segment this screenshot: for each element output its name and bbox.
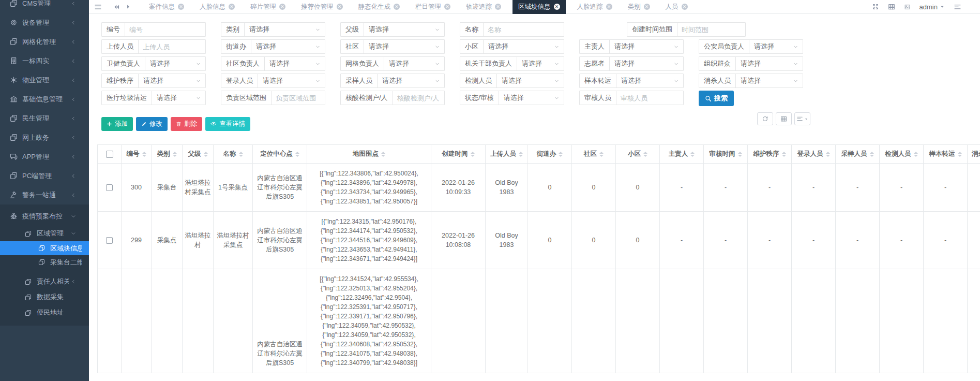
- filter-select[interactable]: 请选择: [499, 91, 564, 105]
- filter-select[interactable]: 请选择: [517, 57, 564, 70]
- sidebar-item-egov[interactable]: 网上政务: [0, 128, 89, 147]
- filter-input[interactable]: [125, 23, 205, 36]
- tab-close-icon[interactable]: ✕: [444, 4, 450, 10]
- sidebar-item-region-mgmt[interactable]: 区域管理: [0, 226, 89, 241]
- tab-close-icon[interactable]: ✕: [229, 4, 235, 10]
- filter-select[interactable]: 请选择: [145, 57, 205, 70]
- edit-button[interactable]: 修改: [136, 117, 168, 131]
- tab-close-icon[interactable]: ✕: [337, 4, 343, 10]
- sidebar-item-pc[interactable]: PC端管理: [0, 166, 89, 185]
- search-button[interactable]: 搜索: [699, 91, 734, 106]
- filter-input[interactable]: [677, 23, 745, 36]
- sidebar-item-cms[interactable]: CMS管理: [0, 0, 89, 13]
- sidebar-item-epidemic[interactable]: 疫情预案布控: [0, 207, 89, 226]
- column-header-name[interactable]: 名称: [214, 145, 253, 164]
- tab-close-icon[interactable]: ✕: [682, 4, 688, 10]
- refresh-button[interactable]: [757, 112, 773, 125]
- column-header-uploader[interactable]: 上传人员: [486, 145, 528, 164]
- tab-item[interactable]: 栏目管理✕: [411, 0, 455, 14]
- column-header-center-point[interactable]: 定位中心点: [253, 145, 307, 164]
- sidebar-item-responsible[interactable]: 责任人相关: [0, 274, 89, 289]
- sidebar-item-minsheng[interactable]: 民生管理: [0, 109, 89, 128]
- hamburger-icon[interactable]: [94, 3, 102, 11]
- tab-close-icon[interactable]: ✕: [394, 4, 400, 10]
- sidebar-item-collect-qrcode[interactable]: 采集台二维码: [0, 255, 89, 269]
- select-all-checkbox[interactable]: [106, 151, 113, 158]
- column-header-disinfect-person[interactable]: 消杀人员: [968, 145, 980, 164]
- column-header-audit-time[interactable]: 审核时间: [704, 145, 748, 164]
- row-checkbox[interactable]: [106, 237, 113, 244]
- filter-input[interactable]: [272, 91, 325, 105]
- column-header-order-maintain[interactable]: 维护秩序: [748, 145, 792, 164]
- sidebar-item-app[interactable]: APP管理: [0, 147, 89, 166]
- column-header-id[interactable]: 编号: [122, 145, 152, 164]
- tab-close-icon[interactable]: ✕: [279, 4, 285, 10]
- column-header-tester[interactable]: 检测人员: [880, 145, 924, 164]
- tab-item[interactable]: 案件信息✕: [145, 0, 188, 14]
- column-header-community[interactable]: 社区: [572, 145, 616, 164]
- tab-item[interactable]: 人脸追踪✕: [573, 0, 616, 14]
- sidebar-item-base-info[interactable]: 基础信息管理: [0, 90, 89, 109]
- tab-item[interactable]: 静态化生成✕: [354, 0, 404, 14]
- filter-select[interactable]: 请选择: [497, 74, 564, 87]
- filter-select[interactable]: 请选择: [245, 23, 325, 36]
- column-header-create-time[interactable]: 创建时间: [431, 145, 486, 164]
- tab-item[interactable]: 碎片管理✕: [246, 0, 290, 14]
- filter-select[interactable]: 请选择: [736, 74, 803, 87]
- fullscreen-icon[interactable]: [872, 3, 879, 10]
- filter-select[interactable]: 请选择: [736, 57, 803, 70]
- sidebar-item-property[interactable]: 物业管理: [0, 70, 89, 90]
- filter-select[interactable]: 请选择: [378, 74, 444, 87]
- sidebar-item-grid-mgmt[interactable]: 网格化管理: [0, 32, 89, 51]
- column-header-residential-area[interactable]: 小区: [616, 145, 660, 164]
- view-details-button[interactable]: 查看详情: [205, 117, 250, 131]
- filter-select[interactable]: 请选择: [384, 57, 444, 70]
- column-header-parent[interactable]: 父级: [183, 145, 214, 164]
- list-view-button[interactable]: [794, 112, 810, 125]
- filter-select[interactable]: 请选择: [364, 40, 444, 53]
- filter-input[interactable]: [139, 40, 205, 53]
- tab-item[interactable]: 人员✕: [661, 0, 692, 14]
- filter-input[interactable]: [616, 91, 683, 105]
- tab-item[interactable]: 人脸信息✕: [195, 0, 239, 14]
- tab-close-icon[interactable]: ✕: [495, 4, 501, 10]
- sidebar-item-police[interactable]: 警务一站通: [0, 185, 89, 204]
- column-header-street-office[interactable]: 街道办: [528, 145, 572, 164]
- delete-button[interactable]: 删除: [171, 117, 202, 131]
- filter-select[interactable]: 请选择: [484, 40, 564, 53]
- tab-item[interactable]: 推荐位管理✕: [297, 0, 347, 14]
- tab-close-icon[interactable]: ✕: [644, 4, 650, 10]
- tab-close-icon[interactable]: ✕: [554, 4, 560, 10]
- column-header-main-manager[interactable]: 主责人: [660, 145, 704, 164]
- tab-close-icon[interactable]: ✕: [606, 4, 612, 10]
- filter-select[interactable]: 请选择: [610, 40, 683, 53]
- tabs-scroll-left-icon[interactable]: [113, 4, 120, 10]
- column-header-category[interactable]: 类别: [152, 145, 183, 164]
- grid-view-icon[interactable]: [888, 3, 895, 10]
- tab-item[interactable]: 轨迹追踪✕: [462, 0, 505, 14]
- filter-select[interactable]: 请选择: [152, 91, 205, 105]
- user-menu[interactable]: admin: [919, 3, 945, 11]
- filter-select[interactable]: 请选择: [251, 40, 325, 53]
- tab-close-icon[interactable]: ✕: [178, 4, 184, 10]
- row-checkbox[interactable]: [106, 184, 113, 191]
- filter-input[interactable]: [484, 23, 564, 36]
- filter-select[interactable]: 请选择: [139, 74, 205, 87]
- sidebar-item-device[interactable]: 设备管理: [0, 13, 89, 32]
- filter-select[interactable]: 请选择: [616, 74, 683, 87]
- column-header-map-points[interactable]: 地图围点: [307, 145, 431, 164]
- filter-select[interactable]: 请选择: [364, 23, 444, 36]
- filter-select[interactable]: 请选择: [610, 57, 683, 70]
- column-header-login-person[interactable]: 登录人员: [792, 145, 836, 164]
- sidebar-item-convenient-addr[interactable]: 便民地址: [0, 305, 89, 320]
- sidebar-item-ybss[interactable]: 一标四实: [0, 51, 89, 70]
- filter-select[interactable]: 请选择: [749, 40, 803, 53]
- column-header-sampler[interactable]: 采样人员: [836, 145, 880, 164]
- tabs-scroll-right-icon[interactable]: [125, 4, 131, 10]
- column-header-sample-transfer[interactable]: 样本转运: [924, 145, 968, 164]
- filter-select[interactable]: 请选择: [265, 57, 325, 70]
- filter-select[interactable]: 请选择: [258, 74, 325, 87]
- tab-item[interactable]: 类别✕: [624, 0, 654, 14]
- filter-input[interactable]: [393, 91, 444, 105]
- right-sidebar-toggle-icon[interactable]: [954, 3, 961, 11]
